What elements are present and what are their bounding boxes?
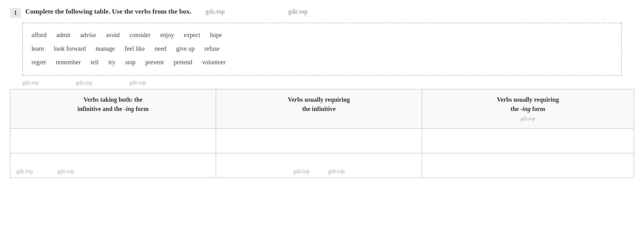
- cell-2-1: gdz.top gdz.top: [10, 153, 216, 178]
- verb-look-forward: look forward: [54, 42, 86, 55]
- table-row-1: [10, 129, 634, 153]
- table-row-2: gdz.top gdz.top gdz.top gdz.top: [10, 153, 634, 178]
- verb-box: afford admit advise avoid consider enjoy…: [22, 23, 622, 76]
- cell-2-3: [422, 153, 634, 178]
- verb-enjoy: enjoy: [160, 29, 174, 41]
- verb-hope: hope: [210, 29, 222, 41]
- verb-row-2: learn look forward manage feel like need…: [31, 42, 613, 55]
- task-number: 1: [10, 8, 21, 18]
- verb-consider: consider: [130, 29, 151, 41]
- verb-afford: afford: [31, 29, 47, 41]
- verb-admit: admit: [56, 29, 71, 41]
- verb-row-3: regret remember tell try stop prevent pr…: [31, 56, 613, 68]
- verb-avoid: avoid: [106, 29, 119, 41]
- watermark-1: gdz.top: [205, 8, 225, 15]
- watermark-2: gdz.top: [288, 8, 308, 15]
- task-header: 1 Complete the following table. Use the …: [10, 7, 634, 18]
- verb-expect: expect: [184, 29, 200, 41]
- cell-1-3: [422, 129, 634, 153]
- task-title: Complete the following table. Use the ve…: [25, 7, 634, 15]
- verb-learn: learn: [31, 42, 44, 55]
- verb-tell: tell: [91, 56, 99, 68]
- wm-row-2: gdz.top: [76, 79, 93, 86]
- cell-1-2: [216, 129, 422, 153]
- verb-stop: stop: [125, 56, 135, 68]
- verb-remember: remember: [56, 56, 81, 68]
- verb-pretend: pretend: [174, 56, 192, 68]
- header-col1: Verbs taking both: theinfinitive and the…: [10, 89, 216, 129]
- cell-1-1: [10, 129, 216, 153]
- header-col3: Verbs usually requiringthe -ing form gdz…: [422, 89, 634, 129]
- verb-row-1: afford admit advise avoid consider enjoy…: [31, 29, 613, 41]
- header-col2: Verbs usually requiringthe infinitive: [216, 89, 422, 129]
- verb-prevent: prevent: [145, 56, 164, 68]
- verb-give-up: give up: [176, 42, 194, 55]
- verb-regret: regret: [31, 56, 46, 68]
- wm-row-3: gdz.top: [129, 79, 146, 86]
- verb-try: try: [108, 56, 115, 68]
- verb-manage: manage: [96, 42, 115, 55]
- table-header-row: Verbs taking both: theinfinitive and the…: [10, 89, 634, 129]
- verb-feel-like: feel like: [125, 42, 145, 55]
- verb-volunteer: volunteer: [202, 56, 226, 68]
- main-table: Verbs taking both: theinfinitive and the…: [10, 89, 634, 178]
- cell-2-2: gdz.top gdz.top: [216, 153, 422, 178]
- verb-need: need: [155, 42, 166, 55]
- task-title-text: Complete the following table. Use the ve…: [25, 7, 191, 15]
- verb-refuse: refuse: [204, 42, 220, 55]
- verb-advise: advise: [80, 29, 96, 41]
- watermarks-row: gdz.top gdz.top gdz.top: [22, 79, 622, 86]
- wm-row-1: gdz.top: [22, 79, 39, 86]
